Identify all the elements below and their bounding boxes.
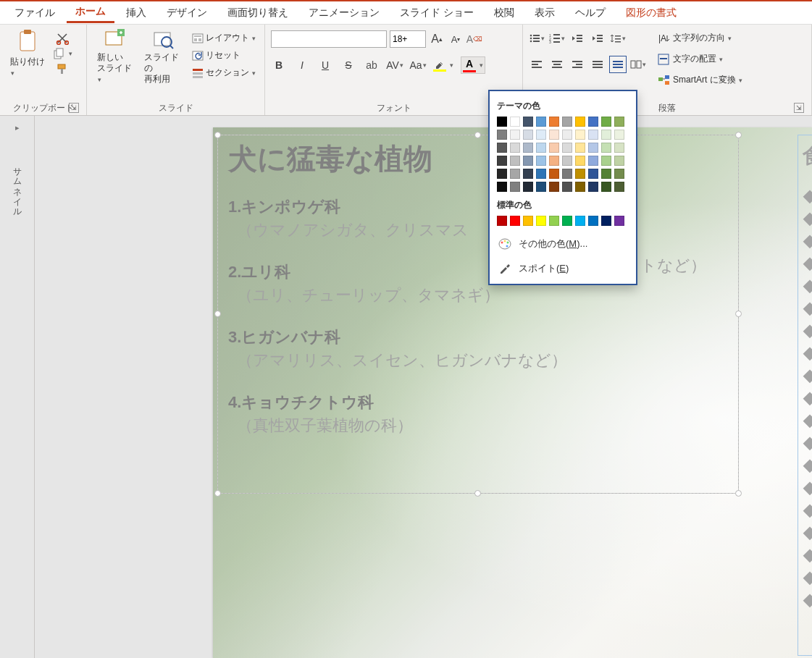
color-swatch[interactable] (549, 182, 559, 192)
color-swatch[interactable] (601, 143, 611, 153)
color-swatch[interactable] (523, 130, 533, 140)
color-swatch[interactable] (497, 143, 507, 153)
color-swatch[interactable] (549, 156, 559, 166)
strike-button[interactable]: S (340, 57, 356, 73)
tab-design[interactable]: デザイン (158, 4, 216, 22)
color-swatch[interactable] (562, 117, 572, 127)
color-swatch[interactable] (601, 130, 611, 140)
bold-button[interactable]: B (271, 57, 287, 73)
grow-font-button[interactable]: A▴ (429, 31, 445, 47)
color-swatch[interactable] (588, 130, 598, 140)
color-swatch[interactable] (601, 216, 611, 226)
color-swatch[interactable] (523, 156, 533, 166)
color-swatch[interactable] (588, 117, 598, 127)
color-swatch[interactable] (510, 182, 520, 192)
color-swatch[interactable] (614, 130, 624, 140)
color-swatch[interactable] (614, 182, 624, 192)
cut-icon[interactable] (52, 32, 72, 45)
color-swatch[interactable] (575, 156, 585, 166)
tab-home[interactable]: ホーム (67, 2, 114, 23)
text-direction-button[interactable]: |A文字列の方向▾ (655, 30, 745, 46)
color-swatch[interactable] (536, 182, 546, 192)
reuse-slides-button[interactable]: スライドの再利用 (140, 28, 186, 86)
font-color-button[interactable]: A▾ (461, 56, 485, 74)
color-swatch[interactable] (588, 156, 598, 166)
color-swatch[interactable] (588, 169, 598, 179)
color-swatch[interactable] (588, 216, 598, 226)
textbox-right[interactable]: 食べ ◆ アサ◆ アサ◆ アマ◆ アロ◆ イヌ◆ ウマ◆ オシ◆ クリ◆ ゴク◆… (798, 135, 812, 656)
tab-transitions[interactable]: 画面切り替え (219, 4, 297, 22)
increase-indent-button[interactable] (590, 30, 606, 46)
color-swatch[interactable] (536, 117, 546, 127)
align-center-button[interactable] (549, 56, 565, 72)
color-swatch[interactable] (549, 130, 559, 140)
color-swatch[interactable] (497, 182, 507, 192)
tab-file[interactable]: ファイル (6, 4, 64, 22)
underline-button[interactable]: U (317, 57, 333, 73)
resize-handle[interactable] (474, 132, 481, 138)
color-swatch[interactable] (614, 143, 624, 153)
change-case-button[interactable]: Aa▾ (410, 57, 426, 73)
color-swatch[interactable] (562, 182, 572, 192)
resize-handle[interactable] (735, 311, 742, 317)
section-button[interactable]: セクション▾ (189, 65, 259, 80)
tab-shape-format[interactable]: 図形の書式 (617, 4, 685, 22)
color-swatch[interactable] (523, 182, 533, 192)
dialog-launcher-icon[interactable]: ⇲ (794, 103, 804, 113)
new-slide-button[interactable]: 新しいスライド ▾ (93, 28, 137, 86)
eyedropper-item[interactable]: スポイト(E) (497, 256, 629, 281)
resize-handle[interactable] (735, 132, 742, 138)
color-swatch[interactable] (510, 143, 520, 153)
color-swatch[interactable] (549, 169, 559, 179)
color-swatch[interactable] (575, 182, 585, 192)
justify-button[interactable] (590, 56, 606, 72)
color-swatch[interactable] (497, 156, 507, 166)
color-swatch[interactable] (549, 117, 559, 127)
resize-handle[interactable] (214, 311, 221, 317)
color-swatch[interactable] (575, 143, 585, 153)
color-swatch[interactable] (536, 156, 546, 166)
color-swatch[interactable] (614, 216, 624, 226)
more-colors-item[interactable]: その他の色(M)... (497, 232, 629, 256)
color-swatch[interactable] (562, 130, 572, 140)
color-swatch[interactable] (523, 216, 533, 226)
convert-smartart-button[interactable]: SmartArt に変換▾ (655, 72, 745, 88)
color-swatch[interactable] (562, 169, 572, 179)
align-left-button[interactable] (529, 56, 545, 72)
color-swatch[interactable] (536, 143, 546, 153)
color-swatch[interactable] (523, 169, 533, 179)
font-family-combo[interactable] (271, 30, 387, 48)
layout-button[interactable]: レイアウト▾ (189, 30, 259, 46)
color-swatch[interactable] (497, 216, 507, 226)
color-swatch[interactable] (510, 169, 520, 179)
color-swatch[interactable] (497, 130, 507, 140)
tab-insert[interactable]: 挿入 (117, 4, 155, 22)
color-swatch[interactable] (601, 182, 611, 192)
clear-formatting-button[interactable]: A⌫ (466, 31, 482, 47)
char-spacing-button[interactable]: AV▾ (387, 57, 403, 73)
numbering-button[interactable]: 123▾ (549, 30, 565, 46)
color-swatch[interactable] (575, 130, 585, 140)
text-align-vertical-button[interactable]: 文字の配置▾ (655, 51, 745, 67)
resize-handle[interactable] (735, 490, 742, 497)
dialog-launcher-icon[interactable]: ⇲ (69, 103, 79, 113)
color-swatch[interactable] (523, 117, 533, 127)
color-swatch[interactable] (562, 156, 572, 166)
color-swatch[interactable] (575, 169, 585, 179)
color-swatch[interactable] (510, 117, 520, 127)
color-swatch[interactable] (536, 169, 546, 179)
color-swatch[interactable] (614, 156, 624, 166)
shadow-button[interactable]: ab (364, 57, 380, 73)
tab-animations[interactable]: アニメーション (300, 4, 388, 22)
resize-handle[interactable] (214, 132, 221, 138)
color-swatch[interactable] (497, 117, 507, 127)
bullets-button[interactable]: ▾ (529, 30, 545, 46)
color-swatch[interactable] (497, 169, 507, 179)
color-swatch[interactable] (549, 143, 559, 153)
color-swatch[interactable] (588, 143, 598, 153)
color-swatch[interactable] (510, 216, 520, 226)
color-swatch[interactable] (614, 169, 624, 179)
tab-view[interactable]: 表示 (526, 4, 564, 22)
format-painter-icon[interactable] (52, 62, 72, 75)
color-swatch[interactable] (510, 130, 520, 140)
